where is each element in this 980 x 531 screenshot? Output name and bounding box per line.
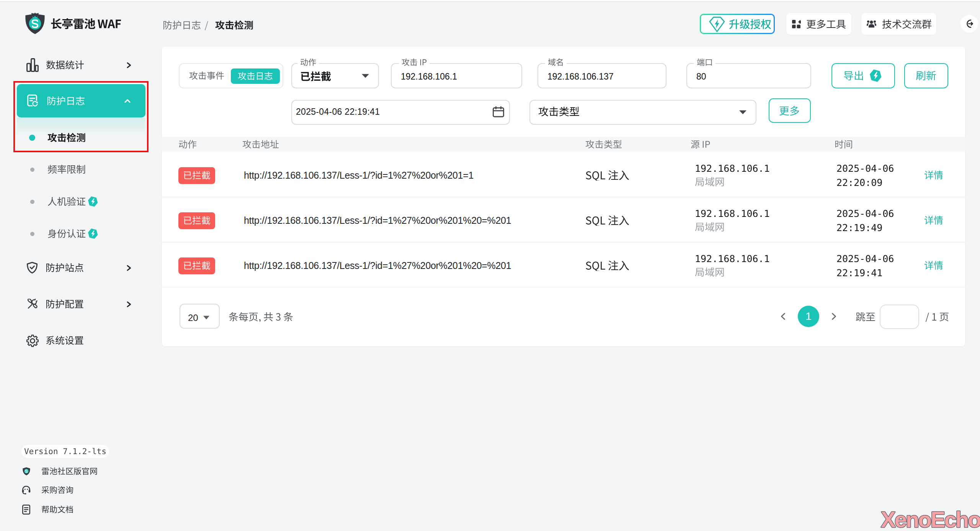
- svg-text:XenoEcho: XenoEcho: [881, 507, 980, 531]
